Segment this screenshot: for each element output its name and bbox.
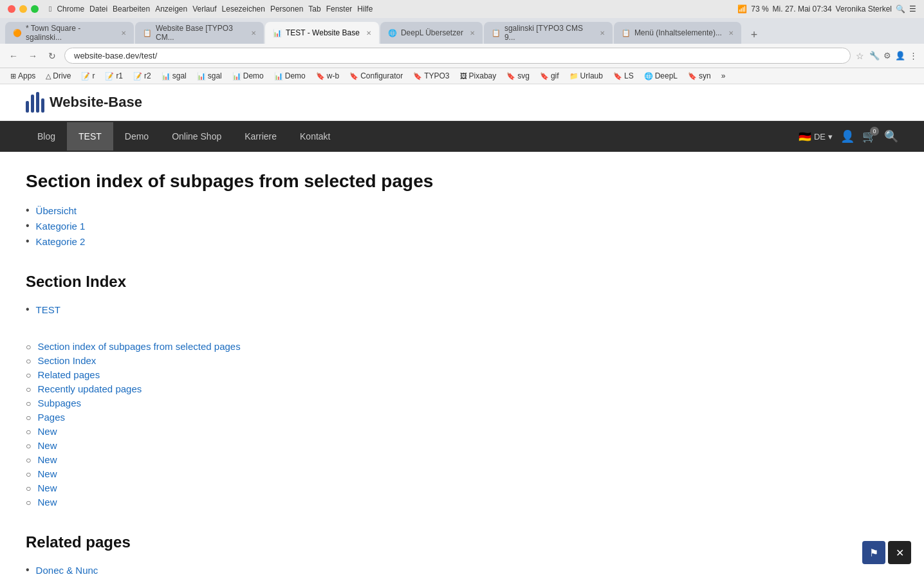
tab-6-close[interactable]: ✕ [728, 30, 734, 37]
link-recently-updated[interactable]: Recently updated pages [37, 383, 142, 394]
bookmark-gif[interactable]: 🔖gif [536, 70, 563, 82]
widget-btn-2[interactable]: ✕ [888, 541, 911, 564]
nav-online-shop[interactable]: Online Shop [160, 122, 233, 151]
nav-blog[interactable]: Blog [26, 122, 67, 151]
tab-4-close[interactable]: ✕ [470, 30, 475, 37]
user-icon[interactable]: 👤 [840, 129, 855, 143]
link-section-index-subpages[interactable]: Section index of subpages from selected … [37, 341, 240, 352]
extension-icon-1[interactable]: 🔧 [869, 51, 880, 60]
tab-3-label: TEST - Website Base [286, 28, 360, 37]
tab-5-close[interactable]: ✕ [600, 30, 605, 37]
bookmark-r2[interactable]: 📝r2 [129, 70, 155, 82]
tab-6[interactable]: 📋 Menü (Inhaltselemente)... ✕ [614, 22, 741, 44]
bookmark-star[interactable]: ☆ [856, 51, 864, 61]
menu-anzeigen[interactable]: Anzeigen [155, 5, 187, 14]
cart-icon[interactable]: 🛒 0 [862, 129, 876, 143]
bookmark-demo1[interactable]: 📊Demo [228, 70, 268, 82]
link-subpages[interactable]: Subpages [37, 398, 81, 408]
minimize-button[interactable] [19, 5, 27, 13]
section2-bullet-list: TEST [26, 304, 553, 315]
link-new-1[interactable]: New [37, 426, 57, 437]
link-ubersicht[interactable]: Übersicht [36, 205, 77, 216]
menu-hilfe[interactable]: Hilfe [357, 5, 373, 14]
bookmark-sgal1[interactable]: 📊sgal [158, 70, 190, 82]
menu-personen[interactable]: Personen [270, 5, 303, 14]
maximize-button[interactable] [31, 5, 39, 13]
link-pages[interactable]: Pages [37, 412, 65, 423]
link-new-3[interactable]: New [37, 454, 57, 465]
link-new-6[interactable]: New [37, 497, 57, 508]
list-item: New [26, 440, 553, 451]
tab-2[interactable]: 📋 Website Base [TYPO3 CM... ✕ [135, 22, 264, 44]
bookmark-more[interactable]: » [717, 70, 730, 82]
lang-selector[interactable]: 🇩🇪 DE ▾ [799, 131, 833, 143]
tab-1[interactable]: 🟠 * Town Square - sgalinski... ✕ [5, 22, 134, 44]
bookmark-wb[interactable]: 🔖w-b [312, 70, 343, 82]
bookmark-urlaub[interactable]: 📁Urlaub [566, 70, 607, 82]
logo-bar-4 [41, 98, 44, 113]
new-tab-button[interactable]: + [745, 26, 763, 44]
profile-icon[interactable]: 👤 [895, 51, 905, 60]
nav-demo[interactable]: Demo [113, 122, 160, 151]
section2-circle-list: Section index of subpages from selected … [26, 341, 553, 508]
address-bar[interactable]: website-base.dev/test/ [64, 48, 851, 64]
bookmark-drive[interactable]: △Drive [42, 70, 75, 82]
nav-kontakt[interactable]: Kontakt [288, 122, 342, 151]
menu-chrome[interactable]: Chrome [57, 5, 84, 14]
logo-text[interactable]: Website-Base [50, 94, 142, 111]
bookmark-r1[interactable]: 📝r1 [101, 70, 127, 82]
link-section-index[interactable]: Section Index [37, 355, 96, 366]
bookmark-demo2[interactable]: 📊Demo [270, 70, 310, 82]
menu-icon[interactable]: ☰ [909, 5, 916, 14]
link-related-pages[interactable]: Related pages [37, 369, 100, 380]
menu-bearbeiten[interactable]: Bearbeiten [113, 5, 150, 14]
bookmark-typo3[interactable]: 🔖TYPO3 [409, 70, 453, 82]
menu-fenster[interactable]: Fenster [326, 5, 353, 14]
bookmark-svg[interactable]: 🔖svg [503, 70, 533, 82]
bookmark-apps[interactable]: ⊞Apps [6, 70, 39, 82]
os-menubar-right: 📶 73 % Mi. 27. Mai 07:34 Veronika Sterke… [737, 5, 916, 14]
bookmark-configurator[interactable]: 🔖Configurator [346, 70, 407, 82]
more-icon[interactable]: ⋮ [909, 51, 918, 60]
tab-2-favicon: 📋 [143, 29, 152, 37]
bookmark-pixabay[interactable]: 🖼Pixabay [456, 70, 501, 82]
bookmark-deepl[interactable]: 🌐DeepL [640, 70, 681, 82]
tab-5[interactable]: 📋 sgalinski [TYPO3 CMS 9... ✕ [484, 22, 613, 44]
extension-icon-2[interactable]: ⚙ [883, 51, 891, 60]
nav-karriere[interactable]: Karriere [233, 122, 288, 151]
back-button[interactable]: ← [6, 49, 21, 63]
tab-3-close[interactable]: ✕ [366, 30, 371, 37]
list-item: New [26, 426, 553, 437]
traffic-lights[interactable] [8, 5, 39, 13]
bookmark-r[interactable]: 📝r [77, 70, 98, 82]
menu-datei[interactable]: Datei [89, 5, 107, 14]
close-button[interactable] [8, 5, 15, 13]
nav-right: 🇩🇪 DE ▾ 👤 🛒 0 🔍 [799, 129, 898, 143]
menu-tab[interactable]: Tab [308, 5, 320, 14]
tab-3[interactable]: 📊 TEST - Website Base ✕ [265, 22, 379, 44]
list-item: New [26, 482, 553, 493]
apple-menu[interactable]:  [49, 5, 51, 14]
nav-test[interactable]: TEST [67, 122, 113, 151]
bookmark-syn[interactable]: 🔖syn [684, 70, 715, 82]
bookmark-sgal2[interactable]: 📊sgal [193, 70, 226, 82]
widget-btn-1[interactable]: ⚑ [862, 541, 885, 564]
tab-1-close[interactable]: ✕ [121, 30, 126, 37]
link-new-5[interactable]: New [37, 482, 57, 493]
list-item: Section index of subpages from selected … [26, 341, 553, 352]
menu-verlauf[interactable]: Verlauf [192, 5, 216, 14]
forward-button[interactable]: → [26, 49, 40, 63]
link-new-2[interactable]: New [37, 440, 57, 451]
search-nav-icon[interactable]: 🔍 [884, 129, 898, 143]
tab-2-close[interactable]: ✕ [251, 30, 256, 37]
search-icon[interactable]: 🔍 [896, 5, 905, 14]
menu-lesezeichen[interactable]: Lesezeichen [222, 5, 265, 14]
link-donec[interactable]: Donec & Nunc [36, 565, 98, 576]
link-kategorie2[interactable]: Kategorie 2 [36, 236, 86, 247]
link-new-4[interactable]: New [37, 468, 57, 479]
link-test[interactable]: TEST [36, 304, 60, 315]
reload-button[interactable]: ↻ [45, 49, 59, 63]
tab-4[interactable]: 🌐 DeepL Übersetzer ✕ [380, 22, 483, 44]
link-kategorie1[interactable]: Kategorie 1 [36, 221, 86, 232]
bookmark-ls[interactable]: 🔖LS [609, 70, 638, 82]
